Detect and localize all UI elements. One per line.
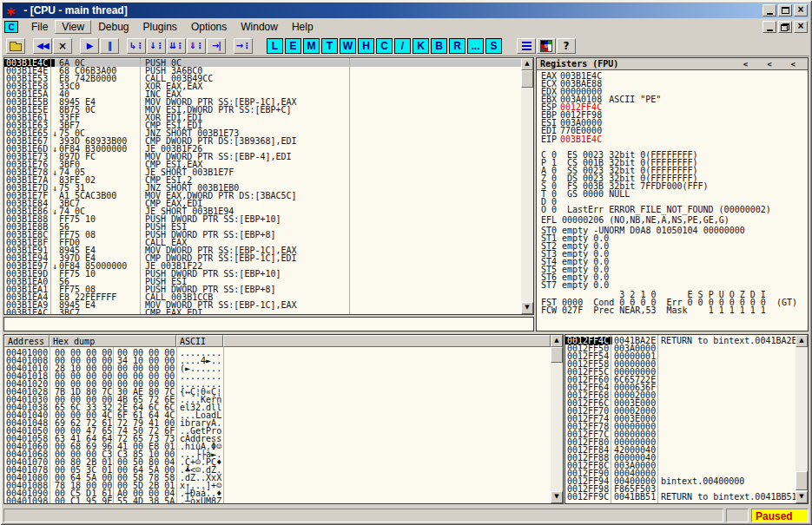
stack-pane: 0012FF4C0041BA2ERETURN to bintext.0041BA…	[564, 334, 809, 504]
menu-item-window[interactable]: Window	[234, 20, 285, 34]
flag-row[interactable]: O 0LastErr ERROR_FILE_NOT_FOUND (0000000…	[537, 206, 808, 213]
column-separator[interactable]	[657, 335, 658, 503]
column-separator[interactable]	[223, 347, 224, 503]
collapse-button[interactable]: <	[767, 60, 771, 69]
column-separator[interactable]	[176, 347, 177, 503]
column-separator[interactable]	[113, 347, 114, 503]
collapse-button[interactable]: <	[791, 60, 795, 69]
disasm-row[interactable]: 003B1E8CFF75 08PUSH DWORD PTR SS:[EBP+8]	[4, 231, 521, 239]
scroll-down-icon[interactable]: ▼	[521, 302, 533, 314]
register-row-eip[interactable]: EIP003B1E4C	[537, 135, 808, 143]
close-program-button[interactable]: ×	[53, 38, 72, 54]
mdi-minimize-button[interactable]	[762, 21, 776, 33]
scroll-thumb[interactable]	[521, 70, 533, 88]
menu-item-file[interactable]: File	[24, 20, 55, 34]
step-over-button[interactable]: ↓⋮	[147, 38, 166, 54]
pause-button[interactable]: ‖	[100, 38, 119, 54]
disasm-row[interactable]: 003B1EAC3BC7CMP EAX,EDI	[4, 309, 521, 315]
panel-button-c[interactable]: C	[376, 38, 393, 54]
panel-button-w[interactable]: W	[340, 38, 356, 54]
stack-scrollbar[interactable]: ▲ ▼	[795, 335, 808, 503]
register-row[interactable]: EDI770E0000	[537, 127, 808, 135]
restart-button[interactable]: ◀◀	[33, 38, 52, 54]
panel-button-dots[interactable]: ...	[467, 38, 484, 54]
registers-title: Registers (FPU)	[540, 59, 618, 69]
disasm-row[interactable]: 003B1EA98945 E4MOV DWORD PTR SS:[EBP-1C]…	[4, 301, 521, 309]
column-separator[interactable]	[50, 347, 50, 503]
mdi-window-controls: ×	[762, 21, 808, 33]
jump-arrow-icon: ↓	[52, 168, 57, 176]
status-message-panel	[3, 509, 723, 522]
step-into-button[interactable]: ↳⋮	[127, 38, 146, 54]
list-icon	[522, 42, 531, 50]
window-controls: ×	[762, 4, 808, 16]
disasm-row[interactable]: 003B1E6133FFXOR EDI,EDI	[4, 114, 521, 121]
panel-button-m[interactable]: M	[303, 38, 320, 54]
column-separator[interactable]	[50, 58, 51, 314]
panel-button-s[interactable]: S	[485, 38, 502, 54]
dump-header-address: Address	[4, 335, 50, 347]
appearance-button[interactable]	[537, 38, 556, 54]
efl-row[interactable]: EFL 00000206 (NO,NB,NE,A,NS,PE,GE,G)	[537, 216, 808, 224]
panel-button-e[interactable]: E	[285, 38, 301, 54]
window-minimize-button[interactable]	[762, 4, 776, 16]
stack-row[interactable]: 0012FF9C0041BB51RETURN to bintext.0041BB…	[565, 493, 795, 501]
disasm-row[interactable]: 003B1E9DFF75 10PUSH DWORD PTR SS:[EBP+10…	[4, 270, 521, 278]
panel-button-h[interactable]: H	[358, 38, 374, 54]
run-button[interactable]: ▶	[80, 38, 99, 54]
window-maximize-button[interactable]	[778, 4, 792, 16]
registers-lines: EAX003B1E4CECX003BAE88EDX00000000EBX003A…	[537, 70, 808, 331]
status-bar: Paused	[3, 507, 809, 522]
status-state-badge: Paused	[751, 509, 809, 522]
column-separator[interactable]	[140, 58, 141, 314]
mdi-restore-button[interactable]	[778, 21, 792, 33]
panel-button-l[interactable]: L	[267, 38, 283, 54]
scroll-up-icon[interactable]: ▲	[795, 335, 808, 347]
dump-scrollbar[interactable]: ▲ ▼	[551, 335, 563, 503]
dump-header-ascii: ASCII	[176, 335, 223, 347]
execute-till-return-button[interactable]: →|	[207, 38, 226, 54]
dump-header-row: AddressHex dumpASCII	[4, 335, 551, 347]
go-to-address-button[interactable]: →⋮	[234, 38, 253, 54]
st-register-row[interactable]: ST7 empty 0.0	[537, 281, 808, 289]
open-file-button[interactable]	[6, 38, 25, 54]
flag-row[interactable]: T 0GS 0000 NULL	[537, 190, 808, 198]
disasm-row[interactable]: 003B1E5E8B75 0CMOV ESI,DWORD PTR SS:[EBP…	[4, 106, 521, 114]
cpu-window-icon[interactable]: C	[4, 21, 18, 33]
menu-item-view[interactable]: View	[55, 20, 91, 34]
mdi-close-button[interactable]: ×	[794, 21, 808, 33]
scroll-thumb[interactable]	[795, 471, 808, 490]
animate-into-button[interactable]: ⇊⋮	[167, 38, 186, 54]
panel-button-r[interactable]: R	[449, 38, 465, 54]
windows-list-button[interactable]	[517, 38, 536, 54]
collapse-button[interactable]: <	[743, 60, 748, 69]
disasm-row[interactable]: 003B1E7FA1 5CAC3B00MOV EAX,DWORD PTR DS:…	[4, 192, 521, 200]
animate-over-button[interactable]: ⇓⋮	[187, 38, 206, 54]
help-button[interactable]: ?	[557, 38, 576, 54]
scroll-thumb[interactable]	[551, 347, 563, 363]
menu-item-debug[interactable]: Debug	[91, 20, 135, 34]
scroll-up-icon[interactable]: ▲	[521, 58, 533, 70]
disasm-row[interactable]: 003B1E73897D FCMOV DWORD PTR SS:[EBP-4],…	[4, 153, 521, 161]
dump-row[interactable]: 0040109800 C1 95 9E55 4D 38 5A.┴ò×UM8Z	[4, 497, 551, 504]
panel-button-t[interactable]: T	[321, 38, 338, 54]
menu-item-plugins[interactable]: Plugins	[136, 20, 184, 34]
disasm-row[interactable]: 003B1E88FF75 10PUSH DWORD PTR SS:[EBP+10…	[4, 215, 521, 223]
column-separator[interactable]	[611, 335, 611, 503]
scroll-down-icon[interactable]: ▼	[795, 491, 808, 503]
scroll-down-icon[interactable]: ▼	[551, 491, 563, 503]
disassembly-scrollbar[interactable]: ▲ ▼	[521, 58, 533, 314]
column-separator[interactable]	[349, 58, 350, 314]
disasm-row[interactable]: 003B1E5833C0XOR EAX,EAX	[4, 82, 521, 90]
panel-button-k[interactable]: K	[413, 38, 429, 54]
disasm-row[interactable]: 003B1E53E8 742B0000CALL 003B49CC	[4, 75, 521, 82]
menu-item-options[interactable]: Options	[184, 20, 234, 34]
close-icon: ×	[797, 5, 803, 15]
menu-item-help[interactable]: Help	[285, 20, 320, 34]
panel-button-b[interactable]: B	[431, 38, 447, 54]
palette-icon	[540, 40, 552, 52]
panel-button-slash[interactable]: /	[394, 38, 411, 54]
window-close-button[interactable]: ×	[794, 4, 808, 16]
stack-comment: RETURN to bintext.0041BA2E	[661, 337, 797, 345]
scroll-up-icon[interactable]: ▲	[551, 335, 563, 347]
